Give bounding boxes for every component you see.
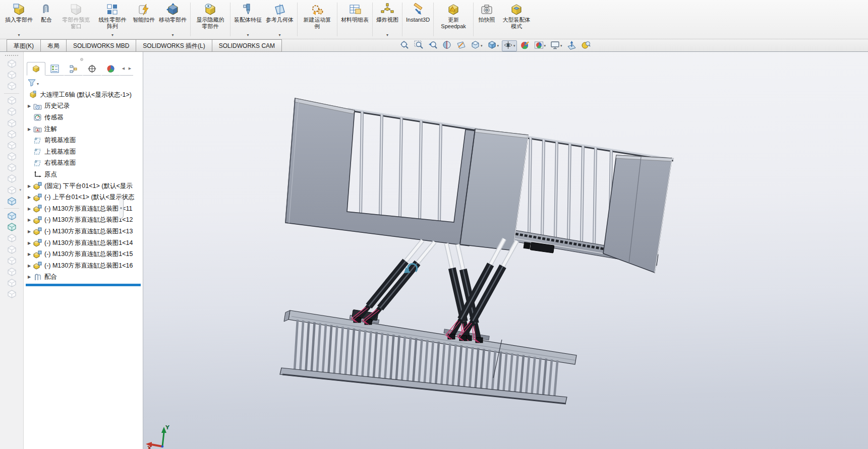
display-style-button[interactable]: ▾ — [486, 40, 501, 51]
shape-tool-icon-7[interactable] — [6, 118, 17, 128]
shape-tool-icon-5[interactable] — [6, 96, 17, 105]
tree-item-part-10[interactable]: ▶(-) M130方形直连缸总装图1<11 — [24, 203, 143, 215]
tree-item-origin-7[interactable]: 原点 — [24, 169, 143, 180]
dropdown-caret[interactable]: ▾ — [264, 33, 296, 37]
expand-arrow[interactable]: ▶ — [28, 104, 33, 108]
expand-arrow[interactable]: ▶ — [28, 218, 33, 222]
toolstrip-grip[interactable] — [5, 55, 18, 56]
expand-arrow[interactable]: ▶ — [28, 275, 33, 279]
shape-tool-icon-19[interactable] — [6, 245, 17, 254]
tree-item-part-9[interactable]: ▶(-) 上平台01<1> (默认<显示状态 — [24, 191, 143, 203]
ribbon-tab-3[interactable]: SOLIDWORKS MBD — [66, 39, 136, 52]
tree-item-plane-4[interactable]: 前视基准面 — [24, 135, 143, 146]
shape-tool-icon-11[interactable] — [6, 163, 17, 172]
shape-tool-icon-14[interactable] — [6, 197, 17, 206]
panel-tab-displaymanager[interactable] — [101, 62, 120, 76]
previous-view-button[interactable] — [427, 40, 439, 51]
panel-tab-featuremanager[interactable] — [27, 62, 45, 76]
expand-arrow[interactable]: ▶ — [28, 264, 33, 268]
ribbon-tab-4[interactable]: SOLIDWORKS 插件(L) — [136, 39, 212, 52]
mate-button[interactable]: 配合 — [35, 1, 58, 38]
shape-tool-icon-18[interactable] — [6, 233, 17, 243]
instant3d-button[interactable]: Instant3D — [404, 1, 432, 38]
panel-resize-dot[interactable] — [80, 58, 83, 61]
update-speedpak-button[interactable]: !更新 Speedpak — [435, 1, 472, 38]
ribbon-tab-5[interactable]: SOLIDWORKS CAM — [212, 39, 282, 52]
dropdown-caret[interactable]: ▾ — [157, 33, 189, 37]
tree-item-mates-16[interactable]: ▶配合 — [24, 272, 143, 283]
shape-tool-icon-21[interactable] — [6, 267, 17, 277]
reference-geometry-button[interactable]: 参考几何体▾ — [264, 1, 296, 38]
panel-tab-propertymanager[interactable] — [45, 62, 64, 76]
dropdown-caret[interactable]: ▾ — [94, 33, 131, 37]
panel-tabs-scroll-left[interactable]: ◀ — [120, 62, 127, 76]
tree-item-part-14[interactable]: ▶(-) M130方形直连缸总装图1<15 — [24, 248, 143, 260]
dropdown-caret[interactable]: ▾ — [560, 44, 562, 48]
expand-arrow[interactable]: ▶ — [28, 184, 33, 188]
shape-tool-icon-23[interactable] — [6, 289, 17, 299]
bill-of-materials-button[interactable]: 材料明细表 — [339, 1, 371, 38]
panel-tabs-scroll-right[interactable]: ▶ — [127, 62, 133, 76]
smart-fasteners-button[interactable]: 智能扣件 — [131, 1, 157, 38]
ribbon-tab-1[interactable]: 草图(K) — [7, 39, 41, 52]
filter-caret[interactable]: ▾ — [37, 82, 39, 86]
shape-tool-icon-17[interactable] — [6, 222, 17, 232]
view-orientation-button[interactable]: ▾ — [469, 40, 484, 51]
shape-tool-icon-20[interactable] — [6, 256, 17, 266]
tree-item-plane-5[interactable]: 上视基准面 — [24, 146, 143, 158]
dropdown-caret[interactable]: ▾ — [232, 33, 264, 37]
shape-tool-icon-1[interactable] — [6, 59, 17, 69]
shape-tool-icon-9[interactable] — [6, 141, 17, 150]
tree-item-part-15[interactable]: ▶(-) M130方形直连缸总装图1<16 — [24, 260, 143, 272]
tree-item-plane-6[interactable]: 右视基准面 — [24, 158, 143, 169]
dropdown-caret[interactable]: ▾ — [481, 44, 483, 48]
ribbon-tab-2[interactable]: 布局 — [40, 39, 67, 52]
edit-appearance-button[interactable] — [518, 40, 531, 51]
expand-arrow[interactable]: ▶ — [28, 252, 33, 256]
tree-item-part-8[interactable]: ▶(固定) 下平台01<1> (默认<显示 — [24, 180, 143, 192]
dropdown-caret[interactable]: ▾ — [497, 44, 499, 48]
expand-arrow[interactable]: ▶ — [28, 241, 33, 245]
new-motion-study-button[interactable]: 新建运动算例 — [299, 1, 335, 38]
take-snapshot-button[interactable]: 拍快照 — [475, 1, 498, 38]
expand-arrow[interactable]: ▶ — [28, 207, 33, 211]
view-settings-button[interactable]: ▾ — [549, 40, 564, 51]
shape-tool-icon-8[interactable] — [6, 130, 17, 139]
tree-item-part-13[interactable]: ▶(-) M130方形直连缸总装图1<14 — [24, 237, 143, 249]
shape-tool-icon-10[interactable] — [6, 152, 17, 161]
shape-tool-icon-12[interactable] — [6, 174, 17, 183]
graphics-viewport[interactable]: YX — [143, 52, 868, 449]
expand-arrow[interactable]: ▶ — [28, 195, 33, 200]
move-component-button[interactable]: 移动零部件▾ — [157, 1, 189, 38]
dropdown-caret[interactable]: ▾ — [513, 44, 515, 48]
expand-arrow[interactable]: ▶ — [28, 229, 33, 234]
dropdown-caret[interactable]: ▾ — [3, 33, 35, 37]
panel-collapse-handle[interactable] — [119, 198, 124, 219]
tree-item-part-11[interactable]: ▶(-) M130方形直连缸总装图1<12 — [24, 215, 143, 226]
selection-rollback-bar[interactable] — [26, 284, 141, 286]
annotation-view-button[interactable] — [455, 40, 468, 51]
zoom-to-fit-button[interactable] — [398, 40, 411, 51]
panel-tab-configurationmanager[interactable] — [64, 62, 83, 76]
shape-tool-icon-16[interactable] — [6, 211, 17, 221]
dropdown-caret[interactable]: ▾ — [544, 44, 546, 48]
preview-camera-button[interactable] — [580, 40, 592, 51]
linear-component-pattern-button[interactable]: 线性零部件阵列▾ — [94, 1, 131, 38]
exploded-view-button[interactable]: 爆炸视图▾ — [374, 1, 400, 38]
large-assembly-mode-button[interactable]: 大型装配体模式 — [498, 1, 535, 38]
tree-item-annotations-3[interactable]: ▶A注解 — [24, 123, 143, 135]
shape-tool-icon-6[interactable] — [6, 107, 17, 116]
hide-show-items-button[interactable]: ▾ — [502, 40, 517, 51]
shape-tool-icon-22[interactable] — [6, 278, 17, 288]
insert-component-button[interactable]: 插入零部件▾ — [3, 1, 35, 38]
shape-tool-icon-2[interactable] — [6, 70, 17, 80]
show-hidden-components-button[interactable]: 显示隐藏的零部件 — [192, 1, 228, 38]
tree-item-sensors-2[interactable]: 传感器 — [24, 112, 143, 123]
tree-item-root[interactable]: 大连理工6轴 (默认<显示状态-1>) — [24, 89, 143, 101]
apply-scene-button[interactable]: ▾ — [533, 40, 548, 51]
tree-filter[interactable]: ▾ — [28, 78, 39, 89]
tree-item-part-12[interactable]: ▶(-) M130方形直连缸总装图1<13 — [24, 226, 143, 237]
dropdown-caret[interactable]: ▾ — [374, 33, 400, 37]
assembly-features-button[interactable]: 装配体特征▾ — [232, 1, 264, 38]
expand-arrow[interactable]: ▶ — [28, 127, 33, 132]
